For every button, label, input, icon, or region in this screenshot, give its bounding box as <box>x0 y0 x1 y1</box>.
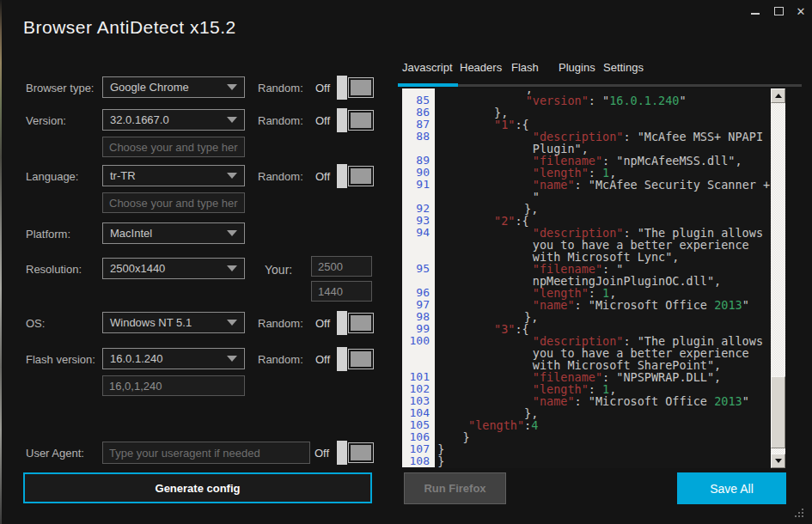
scrollbar-track[interactable] <box>771 103 785 454</box>
scrollbar-thumb[interactable] <box>771 376 785 448</box>
active-tab-indicator <box>398 83 458 87</box>
tab-strip-divider <box>458 84 802 87</box>
platform-select[interactable]: MacIntel <box>102 222 245 244</box>
run-firefox-button[interactable]: Run Firefox <box>404 472 506 504</box>
toggle-track <box>349 443 373 462</box>
toggle-knob <box>337 311 347 335</box>
minimize-icon <box>751 13 760 15</box>
flash-custom-input[interactable] <box>102 375 245 396</box>
os-random-label: Random: <box>258 317 303 330</box>
tab-settings[interactable]: Settings <box>603 61 644 74</box>
resize-grip-icon[interactable] <box>795 509 805 519</box>
user-agent-state: Off <box>314 447 329 460</box>
minimize-button[interactable] <box>746 3 765 19</box>
window-title: Browser AntiDetect x15.2 <box>23 17 236 38</box>
flash-random-label: Random: <box>258 353 303 366</box>
version-value: 32.0.1667.0 <box>110 113 169 126</box>
code-lines: ,85"version": "16.0.1.240"86},87"1":{88"… <box>402 88 771 467</box>
flash-version-select[interactable]: 16.0.1.240 <box>102 348 245 369</box>
flash-random-toggle[interactable] <box>337 347 373 371</box>
maximize-icon <box>774 7 784 15</box>
save-all-button[interactable]: Save All <box>677 472 786 504</box>
os-select[interactable]: Windows NT 5.1 <box>102 312 245 333</box>
code-viewer[interactable]: ,85"version": "16.0.1.240"86},87"1":{88"… <box>402 88 785 468</box>
app-window: Browser AntiDetect x15.2 ✕ Browser type:… <box>0 0 812 524</box>
chevron-down-icon <box>227 230 237 236</box>
scroll-up-button[interactable] <box>771 88 785 103</box>
toggle-knob <box>337 108 347 132</box>
toggle-track <box>349 111 373 130</box>
tab-javascript[interactable]: Javascript <box>402 61 453 74</box>
tab-plugins[interactable]: Plugins <box>559 61 595 74</box>
toggle-knob <box>337 76 347 100</box>
language-custom-input[interactable] <box>102 192 245 213</box>
tab-flash[interactable]: Flash <box>511 61 539 74</box>
os-label: OS: <box>26 317 45 330</box>
platform-label: Platform: <box>26 228 70 241</box>
browser-type-random-state: Off <box>315 82 330 94</box>
browser-type-random-label: Random: <box>258 82 303 94</box>
chevron-down-icon <box>227 84 237 90</box>
browser-type-select[interactable]: Google Chrome <box>102 76 245 98</box>
toggle-track <box>349 350 373 369</box>
chevron-down-icon <box>227 173 237 179</box>
version-random-toggle[interactable] <box>337 108 373 132</box>
maximize-button[interactable] <box>769 3 788 19</box>
triangle-down-icon <box>775 459 782 463</box>
platform-value: MacIntel <box>110 227 152 240</box>
code-scrollbar[interactable] <box>771 88 785 468</box>
chevron-down-icon <box>227 117 237 123</box>
resolution-select[interactable]: 2500x1440 <box>102 258 245 279</box>
toggle-knob <box>337 164 347 188</box>
browser-type-value: Google Chrome <box>110 81 189 94</box>
toggle-track <box>349 167 373 186</box>
language-random-toggle[interactable] <box>337 164 373 188</box>
version-random-state: Off <box>315 114 330 127</box>
resolution-label: Resolution: <box>26 263 82 276</box>
flash-random-state: Off <box>315 353 330 366</box>
language-random-state: Off <box>315 170 330 183</box>
os-random-toggle[interactable] <box>337 311 373 335</box>
browser-type-label: Browser type: <box>26 82 94 94</box>
version-custom-input[interactable] <box>102 137 245 157</box>
your-resolution-label: Your: <box>265 263 292 277</box>
generate-config-button[interactable]: Generate config <box>23 472 372 503</box>
close-button[interactable]: ✕ <box>791 3 810 19</box>
resolution-width-input[interactable] <box>311 256 372 277</box>
user-agent-toggle[interactable] <box>337 441 373 465</box>
resolution-value: 2500x1440 <box>110 262 165 275</box>
language-select[interactable]: tr-TR <box>102 165 245 186</box>
close-icon: ✕ <box>797 6 806 17</box>
browser-type-random-toggle[interactable] <box>337 76 373 100</box>
toggle-track <box>349 314 373 332</box>
user-agent-label: User Agent: <box>26 447 84 460</box>
version-select[interactable]: 32.0.1667.0 <box>102 109 245 131</box>
toggle-knob <box>337 441 347 465</box>
language-value: tr-TR <box>110 169 136 182</box>
chevron-down-icon <box>227 356 237 362</box>
version-random-label: Random: <box>258 114 303 127</box>
resolution-height-input[interactable] <box>311 281 372 302</box>
version-label: Version: <box>26 114 66 127</box>
flash-version-label: Flash version: <box>26 353 95 366</box>
chevron-down-icon <box>227 265 237 271</box>
desktop-edge-strip <box>0 0 2 524</box>
chevron-down-icon <box>227 320 237 326</box>
user-agent-input[interactable] <box>102 442 310 464</box>
scroll-down-button[interactable] <box>771 454 785 468</box>
triangle-up-icon <box>775 94 782 98</box>
toggle-knob <box>337 347 347 371</box>
language-label: Language: <box>26 170 78 183</box>
os-random-state: Off <box>315 317 330 330</box>
flash-version-value: 16.0.1.240 <box>110 352 162 365</box>
os-value: Windows NT 5.1 <box>110 316 192 329</box>
toggle-track <box>349 78 373 97</box>
tab-headers[interactable]: Headers <box>460 61 502 74</box>
language-random-label: Random: <box>258 170 303 183</box>
